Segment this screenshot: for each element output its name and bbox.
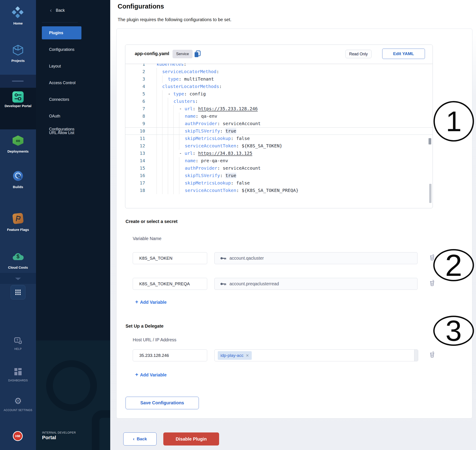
- plus-icon: +: [135, 372, 138, 378]
- secret-select-field-1[interactable]: account.preqaclusterread: [214, 278, 417, 290]
- copy-icon[interactable]: [194, 50, 201, 58]
- cloud-costs-icon[interactable]: $: [12, 252, 24, 262]
- scrollbar-thumb[interactable]: [429, 184, 431, 203]
- host-url-label: Host URL / IP Address: [133, 337, 176, 343]
- main-content: Configurations The plugin requires the f…: [110, 0, 476, 450]
- menu-item-oauth-configurations[interactable]: OAuth Configurations: [42, 110, 82, 123]
- sidebar-watermark: INTERNAL DEVELOPER Portal: [36, 340, 110, 450]
- secret-select-field-0[interactable]: account.qacluster: [214, 252, 417, 264]
- secret-value: account.preqaclusterread: [229, 281, 279, 286]
- chevron-down-icon[interactable]: [15, 278, 21, 280]
- menu-item-connectors[interactable]: Connectors: [42, 93, 82, 106]
- read-only-badge: Read Only: [345, 50, 372, 58]
- yaml-line-11: 11skipMetricsLookup: false: [125, 135, 433, 142]
- yaml-line-15: 15authProvider: serviceAccount: [125, 165, 433, 172]
- yaml-line-6: 6clusters:: [125, 98, 433, 105]
- yaml-line-18: 18serviceAccountToken: ${K8S_SA_TOKEN_PR…: [125, 187, 433, 194]
- sidebar-item-deployments[interactable]: Deployments: [1, 149, 35, 154]
- variable-name-label: Variable Name: [133, 236, 162, 241]
- sidebar-item-builds[interactable]: Builds: [1, 185, 35, 189]
- projects-icon[interactable]: [13, 45, 24, 57]
- yaml-line-9: 9authProvider: serviceAccount: [125, 120, 433, 127]
- yaml-line-16: 16skipTLSVerify: true: [125, 172, 433, 179]
- save-configurations-button[interactable]: Save Configurations: [125, 397, 199, 409]
- yaml-filename: app-config.yaml: [135, 51, 169, 56]
- yaml-line-8: 8name: qa-env: [125, 112, 433, 120]
- yaml-line-14: 14name: pre-qa-env: [125, 157, 433, 165]
- back-link[interactable]: Back: [56, 8, 65, 13]
- delegate-tags-field[interactable]: idp-play-acc✕: [214, 349, 418, 361]
- yaml-line-2: 2serviceLocatorMethod:: [125, 68, 433, 75]
- sidebar-item-feature-flags[interactable]: Feature Flags: [1, 228, 35, 232]
- sidebar-divider-line: [42, 22, 78, 23]
- svg-text:$: $: [16, 253, 20, 260]
- decorative-rounded-square: [92, 410, 110, 450]
- variable-name-input-0[interactable]: K8S_SA_TOKEN: [133, 252, 207, 264]
- scrollbar-thumb[interactable]: [429, 138, 431, 144]
- developer-portal-icon[interactable]: [12, 91, 24, 103]
- sidebar-divider: [12, 81, 24, 82]
- home-icon[interactable]: [12, 6, 24, 18]
- sidebar-item-projects[interactable]: Projects: [1, 59, 35, 63]
- edit-yaml-button[interactable]: Edit YAML: [382, 49, 425, 59]
- apps-grid-button[interactable]: [11, 285, 25, 299]
- plugin-sidebar: ‹ Back PluginsConfigurationsLayoutAccess…: [36, 0, 110, 450]
- menu-item-configurations[interactable]: Configurations: [42, 43, 82, 56]
- module-sidebar: Home Projects Developer Portal ∞ Deploym…: [0, 0, 36, 450]
- portal-kicker: INTERNAL DEVELOPER: [42, 431, 76, 434]
- yaml-code-editor[interactable]: 1kubernetes:2serviceLocatorMethod:3type:…: [125, 64, 433, 208]
- page-title: Configurations: [118, 3, 164, 10]
- variable-name-input-1[interactable]: K8S_SA_TOKEN_PREQA: [133, 278, 207, 290]
- disable-plugin-button[interactable]: Disable Plugin: [163, 432, 219, 445]
- yaml-line-13: 13- url: https://34.83.13.125: [125, 150, 433, 157]
- secrets-heading: Create or select a secret: [125, 219, 177, 224]
- grid-icon: [15, 290, 21, 295]
- sidebar-item-developer-portal[interactable]: Developer Portal: [1, 104, 35, 108]
- add-variable-delegate-link[interactable]: +Add Variable: [135, 372, 167, 378]
- builds-icon[interactable]: [13, 171, 23, 181]
- svg-text:?: ?: [16, 338, 18, 342]
- portal-title: Portal: [42, 435, 56, 441]
- sidebar-item-help[interactable]: HELP: [1, 347, 35, 351]
- annotation-circle-2: 2: [433, 249, 474, 281]
- menu-item-plugins[interactable]: Plugins: [42, 26, 82, 39]
- dashboards-icon[interactable]: [14, 368, 22, 377]
- decorative-ring: [46, 360, 97, 411]
- annotation-circle-3: 3: [433, 316, 474, 346]
- configurations-card: 1kubernetes:2serviceLocatorMethod:3type:…: [116, 29, 472, 419]
- add-variable-secret-link[interactable]: +Add Variable: [135, 299, 167, 305]
- yaml-line-5: 5- type: config: [125, 90, 433, 98]
- avatar[interactable]: HM: [13, 431, 23, 441]
- yaml-panel-header: app-config.yaml Service Read Only Edit Y…: [125, 45, 433, 64]
- plus-icon: +: [135, 299, 138, 305]
- service-badge: Service: [173, 50, 193, 58]
- sidebar-item-home[interactable]: Home: [1, 21, 35, 26]
- yaml-line-3: 3type: multiTenant: [125, 75, 433, 83]
- menu-item-layout[interactable]: Layout: [42, 60, 82, 73]
- yaml-line-17: 17skipMetricsLookup: false: [125, 179, 433, 187]
- plugin-menu: PluginsConfigurationsLayoutAccess Contro…: [42, 26, 82, 143]
- delete-delegate-row-button[interactable]: [429, 351, 435, 358]
- back-chevron-icon[interactable]: ‹: [50, 8, 52, 13]
- sidebar-item-cloud-costs[interactable]: Cloud Costs: [1, 266, 35, 270]
- back-button[interactable]: ‹Back: [123, 432, 157, 445]
- sidebar-item-dashboards[interactable]: DASHBOARDS: [1, 379, 35, 382]
- back-chevron-icon: ‹: [133, 436, 135, 441]
- delete-variable-button-1[interactable]: [429, 280, 435, 286]
- sidebar-item-account-settings[interactable]: ACCOUNT SETTINGS: [1, 409, 35, 412]
- sidebar-bottom-section: [0, 284, 36, 450]
- yaml-line-1: 1kubernetes:: [125, 64, 433, 68]
- yaml-panel: 1kubernetes:2serviceLocatorMethod:3type:…: [125, 45, 433, 208]
- gear-icon[interactable]: ⚙: [0, 397, 36, 405]
- delegate-tag-chip[interactable]: idp-play-acc✕: [218, 351, 252, 360]
- tag-field-scrollbar[interactable]: [414, 350, 418, 361]
- help-icon[interactable]: ?: [13, 337, 23, 347]
- yaml-line-4: 4clusterLocatorMethods:: [125, 83, 433, 90]
- menu-item-access-control[interactable]: Access Control: [42, 76, 82, 89]
- remove-tag-icon[interactable]: ✕: [246, 354, 249, 358]
- menu-item-url-allow-list[interactable]: URL Allow List: [42, 126, 82, 139]
- yaml-code-lines: 1kubernetes:2serviceLocatorMethod:3type:…: [125, 64, 433, 194]
- feature-flags-icon[interactable]: [12, 213, 24, 224]
- secret-value: account.qacluster: [229, 256, 264, 261]
- host-url-input[interactable]: 35.233.128.246: [133, 349, 207, 361]
